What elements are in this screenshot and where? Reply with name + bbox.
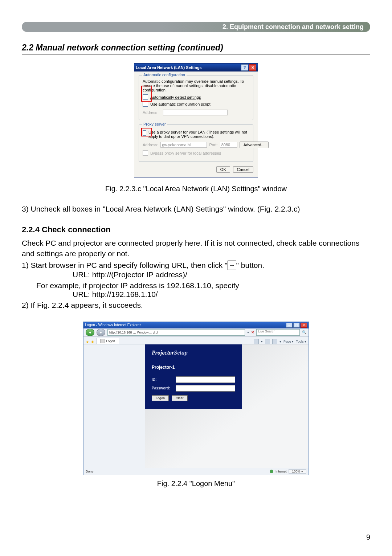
proxy-port-input[interactable] [220, 142, 237, 148]
window-close-icon[interactable]: ✕ [301, 323, 307, 328]
page-menu[interactable]: Page ▾ [283, 340, 294, 343]
script-checkbox[interactable] [143, 101, 148, 107]
auto-addr-input[interactable] [163, 110, 228, 115]
step1-pre: 1) Start browser in PC and specify follo… [22, 261, 228, 269]
ok-button[interactable]: OK [216, 166, 230, 173]
ie-title-text: Logon - Windows Internet Explorer [85, 323, 141, 327]
proxy-checkbox[interactable] [143, 130, 146, 136]
url-line-2: URL: http://192.168.1.10/ [73, 290, 370, 299]
status-internet: Internet [275, 470, 287, 473]
tab-favicon [100, 339, 105, 343]
fig-223c-caption: Fig. 2.2.3.c "Local Area Network (LAN) S… [22, 185, 370, 193]
example-line: For example, if projector IP address is … [36, 281, 370, 290]
check-paragraph: Check PC and projector are connected pro… [22, 238, 370, 259]
detect-label: Automatically detect settings [150, 95, 201, 99]
chapter-title: 2. Equipment connection and network sett… [222, 23, 364, 31]
cancel-button[interactable]: Cancel [233, 166, 253, 173]
ie-titlebar: Logon - Windows Internet Explorer – □ ✕ [83, 322, 309, 328]
minimize-icon[interactable]: – [286, 323, 293, 328]
url-line-1: URL: http://(Projector IP address)/ [73, 270, 370, 279]
address-dropdown-icon[interactable]: ▾ [247, 330, 249, 334]
id-label: ID: [152, 377, 173, 381]
bypass-checkbox[interactable] [143, 150, 148, 156]
lan-title-text: Local Area Network (LAN) Settings [136, 65, 202, 70]
add-favorites-icon[interactable]: ✚ [91, 340, 94, 344]
section-title: 2.2 Manual network connection setting (c… [22, 43, 370, 53]
ie-statusbar: Done Internet 100% ▾ [83, 468, 309, 475]
id-input[interactable] [176, 376, 235, 383]
step-3: 3) Uncheck all boxes in "Local Area Netw… [22, 204, 370, 214]
subsection-224: 2.2.4 Check connection [22, 225, 370, 234]
projector-name: Projector-1 [152, 365, 235, 370]
search-placeholder: Live Search [258, 330, 275, 333]
auto-legend: Automatic configuration [142, 73, 187, 77]
address-text: http://10.18.168 … Window… d.pl [109, 331, 158, 334]
tab-label: Logon [106, 339, 115, 343]
section-underline [22, 54, 370, 54]
search-go-icon[interactable]: 🔍 [302, 330, 306, 334]
proxy-port-label: Port: [209, 143, 217, 147]
tools-menu[interactable]: Tools ▾ [296, 340, 306, 343]
auto-config-group: Automatic configuration Automatic config… [139, 75, 253, 120]
lan-titlebar: Local Area Network (LAN) Settings ? ✕ [134, 64, 258, 71]
bypass-label: Bypass proxy server for local addresses [150, 151, 221, 155]
favorites-star-icon[interactable]: ★ [86, 340, 89, 344]
ie-window: Logon - Windows Internet Explorer – □ ✕ … [83, 322, 309, 475]
refresh-stop-icon[interactable]: ✕ [251, 330, 254, 334]
fig-224-caption: Fig. 2.2.4 "Logon Menu" [22, 479, 370, 488]
proxy-addr-label: Address: [143, 143, 158, 147]
proxy-addr-input[interactable] [160, 142, 207, 148]
auto-addr-label: Address [143, 110, 161, 115]
ie-main-pane: ProjectorSetup Projector-1 ID: Password:… [145, 344, 309, 468]
tab-logon[interactable]: Logon [96, 338, 119, 344]
detect-checkbox[interactable] [143, 94, 148, 100]
ie-left-pane [83, 344, 145, 468]
page-number: 9 [366, 533, 370, 541]
address-bar[interactable]: http://10.18.168 … Window… d.pl [107, 329, 245, 336]
logon-button[interactable]: Logon [152, 395, 169, 401]
projector-setup-panel: ProjectorSetup Projector-1 ID: Password:… [145, 344, 242, 409]
clear-button[interactable]: Clear [172, 395, 188, 401]
close-icon[interactable]: ✕ [249, 64, 256, 71]
password-input[interactable] [176, 385, 235, 392]
ie-nav-toolbar: ◄ ► http://10.18.168 … Window… d.pl ▾ ✕ … [83, 328, 309, 337]
proxy-legend: Proxy server [142, 122, 167, 126]
zoom-control[interactable]: 100% ▾ [289, 469, 306, 474]
proxy-label: Use a proxy server for your LAN (These s… [148, 130, 249, 139]
projector-setup-title: ProjectorSetup [152, 349, 235, 356]
go-arrow-icon: → [228, 261, 236, 270]
help-icon[interactable]: ? [241, 64, 248, 71]
step1-post: " button. [236, 261, 265, 269]
maximize-icon[interactable]: □ [293, 323, 300, 328]
home-icon[interactable] [254, 339, 259, 344]
script-label: Use automatic configuration script [150, 102, 211, 106]
print-icon[interactable] [272, 339, 277, 344]
ie-content: ProjectorSetup Projector-1 ID: Password:… [83, 344, 309, 468]
step-1: 1) Start browser in PC and specify follo… [22, 260, 370, 270]
ps-title-2: Setup [174, 349, 187, 356]
back-button[interactable]: ◄ [86, 329, 94, 336]
status-done: Done [86, 470, 94, 473]
advanced-button[interactable]: Advanced... [240, 142, 269, 148]
step-2: 2) If Fig. 2.2.4 appears, it succeeds. [22, 300, 370, 310]
ps-title-1: Projector [152, 349, 174, 356]
auto-desc: Automatic configuration may override man… [143, 79, 249, 92]
forward-button[interactable]: ► [97, 329, 105, 336]
password-label: Password: [152, 386, 173, 390]
proxy-group: Proxy server Use a proxy server for your… [139, 124, 253, 162]
feeds-icon[interactable] [265, 339, 270, 344]
chapter-header: 2. Equipment connection and network sett… [22, 22, 370, 32]
search-box[interactable]: Live Search [256, 329, 300, 336]
ie-tabstrip: ★ ✚ Logon ▾ ▾ Page ▾ Tools ▾ [83, 337, 309, 344]
lan-settings-window: Local Area Network (LAN) Settings ? ✕ Au… [134, 63, 258, 177]
internet-zone-icon [270, 470, 273, 473]
